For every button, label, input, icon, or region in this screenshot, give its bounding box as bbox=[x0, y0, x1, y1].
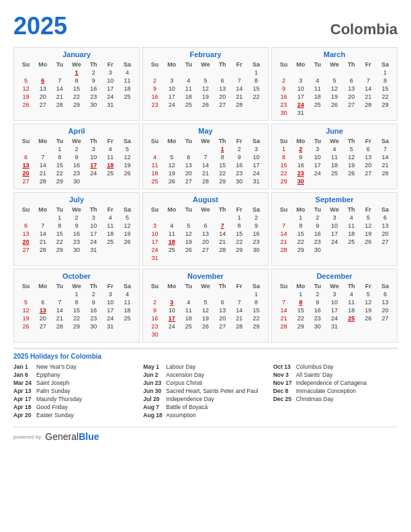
calendar-day: 29 bbox=[292, 322, 309, 330]
calendar-day: 27 bbox=[214, 101, 231, 109]
day-header: Sa bbox=[248, 137, 265, 145]
calendar-table: SuMoTuWeThFrSa12345678910111213141516171… bbox=[146, 282, 265, 339]
calendar-day: 14 bbox=[51, 306, 68, 314]
holiday-date: Apr 18 bbox=[13, 404, 34, 410]
calendar-day: 4 bbox=[309, 77, 326, 85]
calendar-day: 18 bbox=[119, 85, 136, 93]
calendar-day: 24 bbox=[146, 246, 163, 254]
calendar-day: 13 bbox=[377, 298, 394, 306]
calendar-day: 1 bbox=[51, 145, 68, 153]
day-header: We bbox=[197, 206, 214, 214]
month-name: January bbox=[17, 50, 136, 58]
empty-cell bbox=[163, 290, 180, 298]
holidays-column-1: Jan 1New Year's DayJan 6EpiphanyMar 24Sa… bbox=[13, 363, 138, 420]
calendar-day: 14 bbox=[34, 230, 51, 238]
calendar-day: 10 bbox=[309, 153, 326, 161]
calendar-day: 1 bbox=[51, 214, 68, 222]
calendar-day: 1 bbox=[231, 214, 248, 222]
calendar-day: 22 bbox=[275, 169, 292, 177]
holiday-name: Easter Sunday bbox=[36, 412, 74, 418]
day-header: Sa bbox=[119, 137, 136, 145]
calendar-day: 21 bbox=[34, 169, 51, 177]
calendar-day: 23 bbox=[309, 238, 326, 246]
holiday-date: May 1 bbox=[143, 363, 163, 370]
calendar-day: 5 bbox=[119, 145, 136, 153]
calendar-day: 13 bbox=[180, 161, 197, 169]
calendar-day: 17 bbox=[102, 85, 119, 93]
empty-cell bbox=[214, 330, 231, 339]
empty-cell bbox=[309, 109, 326, 117]
calendar-day: 2 bbox=[146, 77, 163, 85]
empty-cell bbox=[231, 330, 248, 339]
calendar-day: 18 bbox=[309, 93, 326, 101]
empty-cell bbox=[248, 254, 265, 262]
holiday-item: Aug 18Assumption bbox=[143, 412, 267, 418]
day-header: Mo bbox=[34, 60, 51, 69]
day-header: Su bbox=[17, 60, 34, 69]
calendar-day: 1 bbox=[292, 290, 309, 298]
calendar-day: 6 bbox=[17, 222, 34, 230]
empty-cell bbox=[34, 290, 51, 298]
calendar-day: 23 bbox=[309, 314, 326, 322]
calendar-table: SuMoTuWeThFrSa12345678910111213141516171… bbox=[146, 60, 265, 109]
empty-cell bbox=[146, 214, 163, 222]
calendar-table: SuMoTuWeThFrSa12345678910111213141516171… bbox=[275, 206, 394, 254]
calendar-day: 7 bbox=[51, 298, 68, 306]
calendar-day: 18 bbox=[146, 169, 163, 177]
month-name: October bbox=[17, 272, 136, 280]
day-header: Fr bbox=[102, 282, 119, 290]
calendar-day: 23 bbox=[85, 314, 102, 322]
calendar-day: 7 bbox=[377, 145, 394, 153]
calendar-table: SuMoTuWeThFrSa12345678910111213141516171… bbox=[146, 206, 265, 262]
holiday-item: Jul 20Independence Day bbox=[143, 396, 267, 402]
day-header: Su bbox=[17, 282, 34, 290]
calendar-day: 6 bbox=[214, 77, 231, 85]
calendar-day: 28 bbox=[34, 246, 51, 254]
calendar-day: 20 bbox=[180, 169, 197, 177]
empty-cell bbox=[180, 214, 197, 222]
calendar-day: 28 bbox=[275, 246, 292, 254]
calendar-day: 12 bbox=[17, 85, 34, 93]
holiday-date: Dec 8 bbox=[273, 388, 293, 394]
calendar-day: 4 bbox=[180, 77, 197, 85]
day-header: We bbox=[68, 137, 85, 145]
day-header: Sa bbox=[248, 60, 265, 69]
calendar-day: 16 bbox=[248, 230, 265, 238]
calendar-day: 14 bbox=[197, 161, 214, 169]
calendar-day: 23 bbox=[146, 101, 163, 109]
empty-cell bbox=[163, 145, 180, 153]
calendar-day: 9 bbox=[146, 85, 163, 93]
calendar-day: 9 bbox=[146, 306, 163, 314]
calendar-day: 11 bbox=[119, 77, 136, 85]
calendar-day: 5 bbox=[197, 298, 214, 306]
calendar-day: 17 bbox=[309, 161, 326, 169]
calendar-day: 8 bbox=[275, 153, 292, 161]
calendar-day: 24 bbox=[85, 169, 102, 177]
day-header: Fr bbox=[102, 60, 119, 69]
calendar-day: 19 bbox=[197, 93, 214, 101]
calendar-day: 7 bbox=[360, 77, 377, 85]
day-header: Sa bbox=[119, 282, 136, 290]
calendar-day: 6 bbox=[34, 298, 51, 306]
calendar-day: 24 bbox=[326, 238, 342, 246]
empty-cell bbox=[119, 246, 136, 254]
holiday-name: Labour Day bbox=[166, 363, 195, 370]
empty-cell bbox=[163, 69, 180, 77]
empty-cell bbox=[214, 254, 231, 262]
calendar-day: 27 bbox=[17, 246, 34, 254]
holiday-name: Corpus Christi bbox=[166, 380, 202, 386]
empty-cell bbox=[163, 330, 180, 339]
day-header: Sa bbox=[248, 282, 265, 290]
calendar-day: 15 bbox=[51, 161, 68, 169]
calendar-day: 30 bbox=[309, 322, 326, 330]
calendar-day: 17 bbox=[85, 230, 102, 238]
calendar-day: 19 bbox=[163, 169, 180, 177]
calendar-day: 21 bbox=[34, 238, 51, 246]
day-header: Mo bbox=[292, 282, 309, 290]
calendar-day: 12 bbox=[326, 85, 342, 93]
month-block-october: OctoberSuMoTuWeThFrSa1234567891011121314… bbox=[13, 269, 140, 343]
day-header: Mo bbox=[34, 137, 51, 145]
calendar-day: 9 bbox=[68, 222, 85, 230]
empty-cell bbox=[197, 254, 214, 262]
day-header: Fr bbox=[231, 137, 248, 145]
